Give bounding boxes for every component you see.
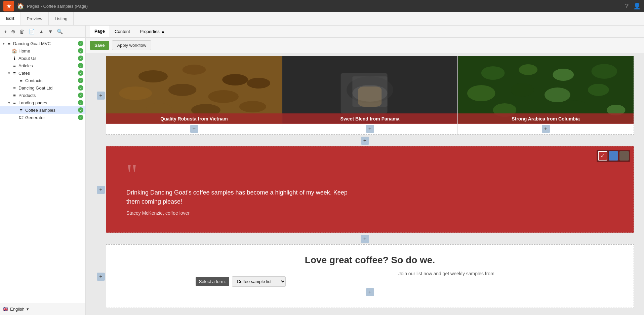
svg-point-23 [511,83,534,97]
tab-properties[interactable]: Properties ▲ [135,26,170,37]
sidebar-item-coffee-samples[interactable]: ≡ Coffee samples ✓ [0,106,85,114]
sidebar-item-articles[interactable]: ≡ Articles ✓ [0,62,85,69]
left-side-quote: + [96,146,106,234]
status-icon: ✓ [78,93,83,98]
love-content: Love great coffee? So do we. Select a fo… [106,244,634,309]
add-block-between-products-quote[interactable]: + [361,137,369,145]
svg-rect-16 [358,86,381,107]
tab-content[interactable]: Content [110,26,135,37]
sidebar-item-root[interactable]: ▼ ≡ Dancing Goat MVC ✓ [0,40,85,47]
svg-point-25 [588,84,609,96]
toggle-icon: ▼ [1,42,6,45]
left-side-love: + [96,244,106,309]
sidebar-item-about[interactable]: ℹ About Us ✓ [0,55,85,62]
add-inside-columbia[interactable]: + [542,125,550,133]
add-inside-love[interactable]: + [366,288,374,296]
quote-author: Stacey McKenzie, coffee lover [126,210,613,216]
add-block-between-quote-love[interactable]: + [361,235,369,243]
status-icon: ✓ [78,85,83,91]
delete-button[interactable]: 🗑 [18,28,26,35]
content-toolbar: Save Apply workflow [86,38,644,53]
love-form-col: Select a form: Coffee sample list Newsle… [116,271,365,287]
tab-listing[interactable]: Listing [49,12,74,25]
svg-point-10 [239,101,266,112]
user-icon[interactable]: 👤 [633,2,641,10]
search-button[interactable]: 🔍 [55,28,65,35]
status-icon: ✓ [78,115,83,120]
coffee-icon: ≡ [18,108,24,113]
tab-edit[interactable]: Edit [0,12,21,25]
quote-content: ✓ " Drinking Dancing Goat’s coffee sampl… [106,146,634,234]
form-select[interactable]: Coffee sample list Newsletter Contact [232,276,286,287]
color-swatch-brown[interactable] [619,151,629,161]
svg-point-21 [591,64,617,79]
quote-section: ✓ " Drinking Dancing Goat’s coffee sampl… [106,146,634,233]
love-heading: Love great coffee? So do we. [116,255,623,266]
content-area: Page Content Properties ▲ Save Apply wor… [86,26,644,315]
svg-point-4 [119,86,152,100]
product-label-panama: Sweet Blend from Panama [282,113,457,124]
color-swatch-blue[interactable] [609,151,618,161]
move-up-button[interactable]: ▲ [38,28,45,35]
product-card-columbia: Strong Arabica from Columbia + [458,56,634,134]
color-swatch-red[interactable]: ✓ [598,151,607,161]
language-dropdown-icon[interactable]: ▾ [27,307,29,312]
add-inside-panama[interactable]: + [366,125,374,133]
cafes-label: Cafes [18,71,77,76]
quote-text: Drinking Dancing Goat’s coffee samples h… [126,188,362,206]
sidebar-item-home[interactable]: 🏠 Home ✓ [0,47,85,55]
add-inside-vietnam[interactable]: + [190,125,198,133]
svg-point-18 [481,66,505,80]
cafes-icon: ≡ [11,71,17,76]
toggle-icon: ▼ [7,71,11,75]
add-block-left-love[interactable]: + [97,273,105,281]
sidebar-item-landing[interactable]: ▼ ≡ Landing pages ✓ [0,99,85,106]
products-row: + [96,56,634,135]
page-canvas: + [86,53,644,315]
svg-point-3 [222,74,248,85]
about-icon: ℹ [11,56,17,61]
svg-point-7 [247,78,270,89]
svg-point-2 [183,65,206,75]
dgl-icon: ≡ [11,85,17,91]
status-icon: ✓ [78,48,83,54]
contacts-icon: ≡ [18,78,24,83]
product-card-panama: Sweet Blend from Panama + [282,56,458,134]
status-icon: ✓ [78,70,83,76]
sidebar-item-products[interactable]: ≡ Products ✓ [0,92,85,99]
copy-button[interactable]: 📄 [27,28,36,35]
workflow-button[interactable]: Apply workflow [112,40,151,50]
landing-label: Landing pages [18,100,77,105]
product-add-panama: + [282,124,457,134]
add-button[interactable]: + [3,28,8,35]
product-label-columbia: Strong Arabica from Columbia [458,113,634,124]
generator-label: Generator [25,115,77,120]
add-block-left-quote[interactable]: + [97,186,105,194]
svg-point-22 [467,85,495,101]
tab-page[interactable]: Page [90,26,110,37]
canvas-bottom-padding [96,309,634,315]
svg-point-1 [138,70,168,82]
quote-mark: " [126,163,613,185]
save-button[interactable]: Save [90,41,109,50]
home-icon[interactable]: 🏠 [17,2,24,10]
sidebar-item-cafes[interactable]: ▼ ≡ Cafes ✓ [0,69,85,77]
sidebar-tree: ▼ ≡ Dancing Goat MVC ✓ 🏠 Home ✓ ℹ About … [0,38,85,303]
move-down-button[interactable]: ▼ [47,28,54,35]
sidebar-item-contacts[interactable]: ≡ Contacts ✓ [0,77,85,84]
help-icon[interactable]: ? [625,3,629,10]
add-between-1: + [96,135,634,146]
add-block-left-products[interactable]: + [97,92,105,100]
sidebar-item-generator[interactable]: C# Generator ✓ [0,114,85,121]
add-child-button[interactable]: ⊕ [10,28,17,35]
topbar-right: ? 👤 [625,2,641,10]
tab-preview[interactable]: Preview [21,12,49,25]
form-select-row: Select a form: Coffee sample list Newsle… [116,276,365,287]
svg-point-8 [146,103,172,114]
sidebar-item-dancing-goat-ltd[interactable]: ≡ Dancing Goat Ltd ✓ [0,84,85,92]
topbar: ★ 🏠 Pages › Coffee samples (Page) ? 👤 [0,0,644,12]
love-bottom: Select a form: Coffee sample list Newsle… [116,271,623,287]
breadcrumb-pages[interactable]: Pages [27,4,39,9]
love-body: Join our list now and get weekly samples… [398,271,600,276]
app-logo[interactable]: ★ [3,1,14,11]
